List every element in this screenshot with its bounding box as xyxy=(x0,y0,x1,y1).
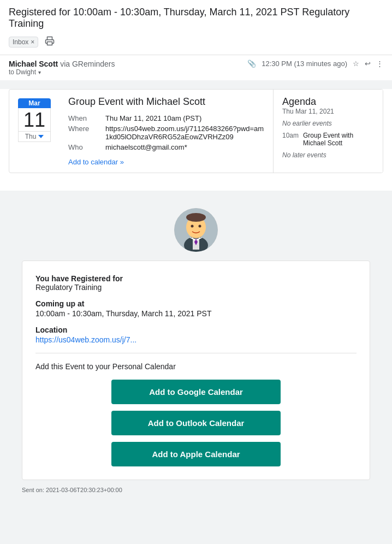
who-value: michaelscott@gmail.com* xyxy=(105,143,264,151)
more-icon[interactable]: ⋮ xyxy=(376,60,383,68)
attachment-icon: 📎 xyxy=(247,60,256,68)
sent-on: Sent on: 2021-03-06T20:30:23+00:00 xyxy=(22,487,370,493)
email-body: Mar 11 Thu Group Event with Michael Scot… xyxy=(0,89,392,191)
reply-icon[interactable]: ↩ xyxy=(365,60,371,68)
who-label: Who xyxy=(68,143,101,151)
location-label: Location xyxy=(35,326,357,334)
coming-up-label: Coming up at xyxy=(35,299,357,308)
email-subject: Registered for 10:00am - 10:30am, Thursd… xyxy=(9,7,383,50)
content-card: You have Registered for Regulatory Train… xyxy=(22,261,370,480)
agenda-panel: Agenda Thu Mar 11, 2021 No earlier event… xyxy=(274,90,383,173)
add-to-calendar-link[interactable]: Add to calendar » xyxy=(68,158,124,166)
no-later-events: No later events xyxy=(282,151,374,159)
event-who-row: Who michaelscott@gmail.com* xyxy=(68,143,264,151)
sender-name: Michael Scott via GReminders xyxy=(9,60,115,68)
where-value: https://us04web.zoom.us/j/71126483266?pw… xyxy=(105,125,264,141)
google-calendar-button[interactable]: Add to Google Calendar xyxy=(111,380,281,404)
event-details: Group Event with Michael Scott When Thu … xyxy=(60,90,274,173)
section-divider xyxy=(35,353,357,353)
subject-text: Registered for 10:00am - 10:30am, Thursd… xyxy=(9,7,383,29)
avatar xyxy=(174,208,218,252)
location-link[interactable]: https://us04web.zoom.us/j/7... xyxy=(35,335,136,344)
outlook-calendar-button[interactable]: Add to Outlook Calendar xyxy=(111,411,281,435)
svg-rect-0 xyxy=(47,42,52,45)
calendar-widget: Mar 11 Thu xyxy=(9,90,60,173)
cal-weekday: Thu xyxy=(18,132,51,142)
chevron-down-icon: ▾ xyxy=(38,69,41,75)
event-title: Group Event with Michael Scott xyxy=(68,96,264,108)
inbox-close-icon[interactable]: × xyxy=(31,38,34,46)
avatar-container xyxy=(0,199,392,261)
registered-event: Regulatory Training xyxy=(35,283,102,292)
registered-section: You have Registered for Regulatory Train… xyxy=(35,274,357,344)
print-button[interactable] xyxy=(43,34,57,50)
event-card: Mar 11 Thu Group Event with Michael Scot… xyxy=(9,89,383,173)
agenda-title: Agenda xyxy=(282,96,374,108)
sender-row: Michael Scott via GReminders to Dwight ▾… xyxy=(0,55,392,80)
registered-heading: You have Registered for Regulatory Train… xyxy=(35,274,357,292)
agenda-time: 10am xyxy=(282,132,299,147)
svg-point-7 xyxy=(191,225,194,228)
where-label: Where xyxy=(68,125,101,141)
calendar-buttons: Add to Google Calendar Add to Outlook Ca… xyxy=(35,380,357,466)
inbox-badge[interactable]: Inbox × xyxy=(9,37,38,48)
cal-month: Mar xyxy=(18,98,51,108)
when-label: When xyxy=(68,114,101,122)
svg-point-8 xyxy=(199,225,201,228)
sender-meta: 📎 12:30 PM (13 minutes ago) ☆ ↩ ⋮ xyxy=(247,60,383,68)
calendar-prompt: Add this Event to your Personal Calendar xyxy=(35,362,357,371)
sender-to[interactable]: to Dwight ▾ xyxy=(9,68,115,76)
email-header: Registered for 10:00am - 10:30am, Thursd… xyxy=(0,0,392,55)
agenda-item: 10am Group Event with Michael Scott xyxy=(282,132,374,147)
event-when-row: When Thu Mar 11, 2021 10am (PST) xyxy=(68,114,264,122)
when-value: Thu Mar 11, 2021 10am (PST) xyxy=(105,114,264,122)
no-earlier-events: No earlier events xyxy=(282,120,374,127)
apple-calendar-button[interactable]: Add to Apple Calendar xyxy=(111,442,281,466)
sender-info: Michael Scott via GReminders to Dwight ▾ xyxy=(9,60,115,76)
cal-day: 11 xyxy=(18,108,51,132)
agenda-event-name: Group Event with Michael Scott xyxy=(303,132,374,147)
star-icon[interactable]: ☆ xyxy=(353,60,359,68)
coming-up-value: 10:00am - 10:30am, Thursday, March 11, 2… xyxy=(35,309,357,318)
event-where-row: Where https://us04web.zoom.us/j/71126483… xyxy=(68,125,264,141)
timestamp: 12:30 PM (13 minutes ago) xyxy=(262,60,347,68)
agenda-date: Thu Mar 11, 2021 xyxy=(282,108,374,115)
email-content: You have Registered for Regulatory Train… xyxy=(0,191,392,502)
svg-point-6 xyxy=(186,213,206,222)
